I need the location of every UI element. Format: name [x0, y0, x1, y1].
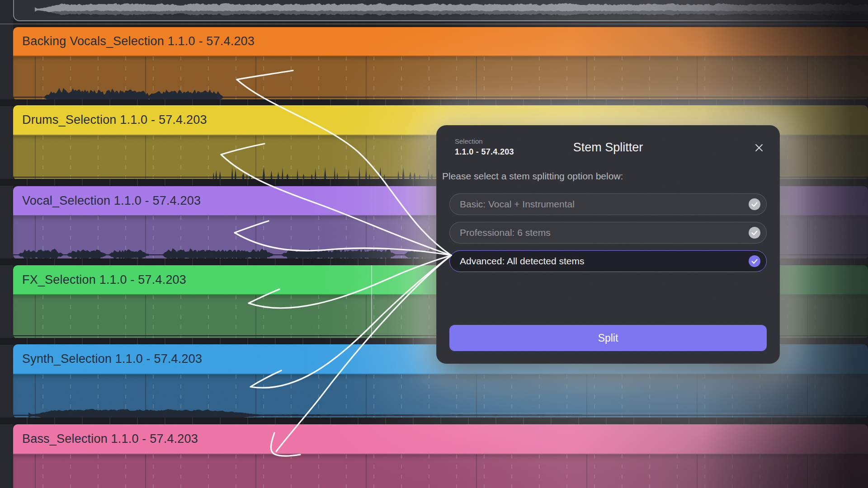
option-label: Professional: 6 stems [460, 227, 551, 238]
split-button[interactable]: Split [449, 325, 767, 351]
track-separator [0, 418, 868, 424]
check-icon [749, 255, 760, 267]
dialog-prompt: Please select a stem splitting option be… [442, 171, 623, 182]
track-row: Bass_Selection 1.1.0 - 57.4.203 [13, 424, 868, 488]
track-name: FX_Selection 1.1.0 - 57.4.203 [22, 273, 186, 287]
dialog-title: Stem Splitter [449, 141, 767, 155]
daw-workspace: Backing Vocals_Selection 1.1.0 - 57.4.20… [0, 0, 868, 488]
option-label: Basic: Vocal + Instrumental [460, 199, 575, 210]
track-clip-header[interactable]: Backing Vocals_Selection 1.1.0 - 57.4.20… [13, 27, 868, 56]
original-waveform [14, 0, 868, 20]
track-name: Vocal_Selection 1.1.0 - 57.4.203 [22, 194, 201, 208]
track-gutter [0, 0, 13, 488]
track-name: Backing Vocals_Selection 1.1.0 - 57.4.20… [22, 34, 255, 48]
dialog-header: Selection 1.1.0 - 57.4.203 Stem Splitter [449, 126, 767, 169]
timeline-ruler-line [0, 23, 868, 24]
option-basic[interactable]: Basic: Vocal + Instrumental [449, 193, 767, 215]
option-label: Advanced: All detected stems [460, 256, 585, 267]
close-button[interactable] [753, 142, 765, 154]
track-waveform-area[interactable] [13, 455, 868, 488]
close-icon [753, 142, 765, 154]
check-icon [749, 227, 760, 239]
track-row: Backing Vocals_Selection 1.1.0 - 57.4.20… [13, 27, 868, 100]
stem-splitter-dialog: Selection 1.1.0 - 57.4.203 Stem Splitter… [436, 125, 780, 364]
check-icon [749, 198, 760, 210]
track-name: Bass_Selection 1.1.0 - 57.4.203 [22, 432, 198, 446]
option-advanced[interactable]: Advanced: All detected stems [449, 250, 767, 272]
playhead[interactable] [371, 265, 372, 338]
track-name: Drums_Selection 1.1.0 - 57.4.203 [22, 113, 207, 127]
option-list: Basic: Vocal + Instrumental Professional… [449, 193, 767, 272]
track-waveform-area[interactable] [13, 56, 868, 100]
original-audio-clip[interactable] [13, 0, 868, 21]
track-name: Synth_Selection 1.1.0 - 57.4.203 [22, 352, 202, 366]
track-clip-header[interactable]: Bass_Selection 1.1.0 - 57.4.203 [13, 424, 868, 455]
dialog-divider [449, 413, 767, 413]
track-waveform-area[interactable] [13, 375, 868, 418]
option-professional[interactable]: Professional: 6 stems [449, 222, 767, 244]
